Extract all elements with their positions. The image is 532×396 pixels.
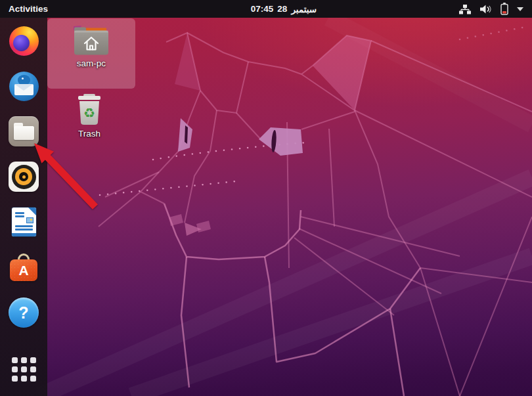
help-icon: ?	[9, 297, 39, 328]
thunderbird-icon	[9, 72, 39, 101]
desktop-icon-sam-pc[interactable]: sam-pc	[47, 24, 135, 68]
activities-button[interactable]: Activities	[0, 0, 56, 18]
help-glyph: ?	[18, 305, 28, 321]
desktop-icon-trash[interactable]: ♻ Trash	[49, 93, 130, 139]
network-wired-icon[interactable]	[459, 4, 471, 14]
trash-icon: ♻	[74, 93, 104, 127]
battery-low-icon[interactable]	[500, 3, 508, 15]
caret-down-icon[interactable]	[517, 7, 523, 11]
rhythmbox-icon	[9, 162, 39, 192]
libreoffice-writer-icon	[12, 208, 36, 236]
dock-item-ubuntu-software[interactable]: A	[8, 252, 39, 283]
dock-item-firefox[interactable]	[8, 25, 39, 56]
volume-icon[interactable]	[479, 4, 492, 14]
dock-item-files[interactable]	[8, 116, 39, 147]
system-tray[interactable]	[459, 0, 532, 18]
files-icon	[9, 116, 39, 146]
clock-month: سبتمبر	[291, 4, 317, 14]
ubuntu-software-icon: A	[9, 253, 38, 282]
top-bar: Activities 07:45 28 سبتمبر	[0, 0, 532, 18]
firefox-icon	[9, 26, 39, 56]
software-glyph: A	[18, 263, 28, 277]
dock: A ?	[0, 18, 47, 396]
desktop-icon-label: sam-pc	[77, 58, 106, 68]
home-folder-icon	[71, 24, 112, 56]
clock[interactable]: 07:45 28 سبتمبر	[251, 4, 317, 14]
desktop-screen: sam-pc ♻ Trash	[0, 0, 532, 396]
dock-item-help[interactable]: ?	[8, 297, 39, 328]
clock-time: 07:45	[251, 4, 274, 14]
desktop-icon-label: Trash	[78, 129, 100, 139]
dock-item-libreoffice-writer[interactable]	[8, 206, 39, 238]
clock-day: 28	[277, 4, 287, 14]
recycle-glyph: ♻	[83, 105, 95, 121]
dock-item-thunderbird[interactable]	[8, 70, 39, 102]
app-grid-icon	[12, 357, 36, 382]
dock-item-app-grid[interactable]	[8, 353, 39, 385]
dock-item-rhythmbox[interactable]	[8, 161, 39, 192]
